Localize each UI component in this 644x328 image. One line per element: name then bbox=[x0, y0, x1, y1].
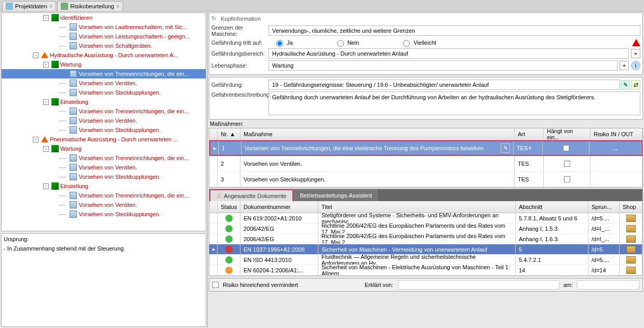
document-row[interactable]: ▸EN 1037:1995+A1:2008Sicherheit von Masc… bbox=[209, 244, 642, 255]
tree-label: Vorsehen von Lasttrennschaltern, mit Sic… bbox=[78, 24, 187, 30]
add-bereich-button[interactable]: + bbox=[631, 49, 640, 58]
close-icon[interactable]: × bbox=[116, 3, 119, 9]
tree-node[interactable]: ·······Vorsehen von Ventilen. bbox=[2, 116, 206, 125]
shop-icon[interactable] bbox=[626, 215, 636, 222]
col-art[interactable]: Art bbox=[515, 128, 544, 140]
tree-label: Vorsehen von Ventilen. bbox=[78, 117, 137, 124]
tree-toggle[interactable]: - bbox=[33, 53, 38, 58]
edit-measure-button[interactable]: ✎ bbox=[501, 143, 510, 153]
page-icon bbox=[70, 211, 77, 218]
tree-node[interactable]: ·······Vorsehen von Leistungsschaltern -… bbox=[2, 32, 206, 41]
tree-node[interactable]: -Wartung bbox=[2, 60, 206, 69]
col-nr[interactable]: Nr. ▲ bbox=[218, 128, 240, 140]
grenzen-field[interactable]: Verwendungs-, räumliche, zeitliche und w… bbox=[269, 25, 640, 36]
tree-node[interactable]: -Pneumatische Ausrüstung - Durch unerwar… bbox=[2, 135, 206, 144]
shop-icon[interactable] bbox=[626, 235, 636, 243]
tree-node[interactable]: ·······Vorsehen von Schaltgeräten. bbox=[2, 41, 206, 50]
tree-label: Vorsehen von Steckkupplungen. bbox=[78, 174, 160, 180]
risk-reduced-checkbox[interactable] bbox=[212, 282, 219, 288]
tree-node[interactable]: ·······Vorsehen von Ventilen. bbox=[2, 200, 206, 209]
depends-checkbox[interactable] bbox=[563, 145, 569, 151]
col-sprung[interactable]: Sprun... bbox=[588, 201, 620, 213]
heartbeat-icon bbox=[51, 98, 59, 106]
tree-toggle[interactable]: - bbox=[33, 137, 38, 142]
page-icon bbox=[70, 192, 77, 199]
tree-node[interactable]: ·······Vorsehen von Trenneinrichtungen, … bbox=[2, 191, 206, 200]
tab-projektdaten[interactable]: Projektdaten × bbox=[2, 1, 56, 11]
measures-grid: Nr. ▲ Maßnahme Art Hängt von ein... Risi… bbox=[209, 128, 643, 188]
tab-bar: Projektdaten × Risikobeurteilung × bbox=[0, 0, 644, 11]
col-shop[interactable]: Shop bbox=[620, 201, 642, 213]
tree-node[interactable]: -identifizieren bbox=[2, 13, 206, 22]
shop-icon[interactable] bbox=[626, 225, 636, 232]
tree-label: Wartung bbox=[60, 61, 82, 68]
tree-node[interactable]: ·······Vorsehen von Steckkupplungen. bbox=[2, 88, 206, 97]
shop-icon[interactable] bbox=[626, 246, 636, 253]
tree-node[interactable]: ·······Vorsehen von Ventilen. bbox=[2, 163, 206, 172]
tree-toggle[interactable]: - bbox=[43, 15, 49, 21]
tab-label: Risikobeurteilung bbox=[70, 3, 114, 9]
tree-node[interactable]: ·······Vorsehen von Steckkupplungen. bbox=[2, 209, 206, 219]
refresh-icon[interactable]: ↻ bbox=[211, 15, 219, 22]
edit-hazard-button[interactable]: ✎ bbox=[621, 80, 630, 89]
col-massnahme[interactable]: Maßnahme bbox=[240, 128, 515, 140]
tab-assistant[interactable]: Betriebsanleitungs-Assistent bbox=[293, 189, 379, 201]
measure-row[interactable]: 3Vorsehen von Steckkupplungen.TES bbox=[209, 172, 642, 187]
page-icon bbox=[70, 201, 77, 208]
tree-node[interactable]: -Einstellung bbox=[2, 181, 206, 191]
radio-ja[interactable]: Ja bbox=[274, 38, 293, 47]
am-field[interactable] bbox=[577, 280, 639, 290]
tree-node[interactable]: ·······Vorsehen von Trenneinrichtungen, … bbox=[2, 153, 206, 163]
more-button[interactable]: ... bbox=[613, 145, 618, 151]
tree-toggle[interactable]: - bbox=[43, 62, 49, 68]
heartbeat-icon bbox=[51, 14, 59, 21]
col-hangt[interactable]: Hängt von ein... bbox=[544, 128, 591, 140]
document-row[interactable]: EN ISO 4413:2010Fluidtechnik — Allgemein… bbox=[209, 255, 642, 265]
tree-node[interactable]: -Einstellung bbox=[2, 97, 206, 107]
tree-node[interactable]: ·······Vorsehen von Steckkupplungen. bbox=[2, 125, 206, 135]
close-icon[interactable]: × bbox=[49, 3, 52, 9]
beschr-field[interactable]: Gefährdung durch unerwarteten Anlauf bei… bbox=[269, 91, 640, 115]
tab-documents[interactable]: ⚠ Angewandte Dokumente bbox=[209, 189, 293, 201]
tree-label: Vorsehen von Trenneinrichtungen, die ein… bbox=[78, 108, 189, 114]
document-row[interactable]: EN 619:2002+A1:2010Stetigförderer und Sy… bbox=[209, 213, 642, 224]
radio-vielleicht[interactable]: Vielleicht bbox=[400, 38, 436, 47]
tree-node[interactable]: -Wartung bbox=[2, 144, 206, 153]
col-abschnitt[interactable]: Abschnitt bbox=[516, 201, 588, 213]
col-docnr[interactable]: Dokumentnummer bbox=[240, 201, 318, 213]
tree-label: Pneumatische Ausrüstung - Durch unerwart… bbox=[50, 136, 178, 142]
phase-field[interactable]: Wartung bbox=[269, 60, 618, 71]
info-button[interactable]: i bbox=[631, 61, 640, 70]
erklart-field[interactable] bbox=[398, 280, 559, 290]
shop-icon[interactable] bbox=[626, 256, 636, 264]
measure-row[interactable]: ▸1Vorsehen von Trenneinrichtungen, die e… bbox=[209, 140, 642, 156]
tree-toggle[interactable]: - bbox=[43, 183, 49, 189]
radio-nein[interactable]: Nein bbox=[334, 38, 359, 47]
depends-checkbox[interactable] bbox=[564, 176, 570, 182]
document-row[interactable]: 2006/42/EGRichtlinie 2006/42/EG des Euro… bbox=[209, 224, 642, 234]
tree-node[interactable]: ·······Vorsehen von Trenneinrichtungen, … bbox=[2, 69, 206, 78]
link-hazard-button[interactable]: ⇄ bbox=[631, 80, 640, 89]
tab-risikobeurteilung[interactable]: Risikobeurteilung × bbox=[57, 1, 123, 11]
page-icon bbox=[70, 80, 77, 87]
col-io[interactable]: Risiko IN / OUT bbox=[591, 128, 642, 140]
tree-node[interactable]: ·······Vorsehen von Steckkupplungen. bbox=[2, 172, 206, 181]
shop-icon[interactable] bbox=[626, 267, 636, 274]
add-phase-button[interactable]: + bbox=[620, 61, 629, 70]
tree-node[interactable]: -Hydraulische Ausrüstung - Durch unerwar… bbox=[2, 50, 206, 60]
tree-node[interactable]: ·······Vorsehen von Trenneinrichtungen, … bbox=[2, 107, 206, 116]
tree-node[interactable]: ·······Vorsehen von Lasttrennschaltern, … bbox=[2, 22, 206, 32]
depends-checkbox[interactable] bbox=[564, 161, 570, 167]
measure-row[interactable]: 2Vorsehen von Ventilen.TES bbox=[209, 156, 642, 172]
tree-label: Vorsehen von Trenneinrichtungen, die ein… bbox=[78, 71, 189, 77]
col-status[interactable]: Status bbox=[218, 201, 240, 213]
col-titel[interactable]: Titel bbox=[318, 201, 516, 213]
bereich-label: Gefährdungsbereich: bbox=[211, 50, 269, 57]
document-row[interactable]: 2006/42/EGRichtlinie 2006/42/EG des Euro… bbox=[209, 234, 642, 244]
document-row[interactable]: EN 60204-1:2006/A1:...Sicherheit von Mas… bbox=[209, 265, 642, 275]
bereich-field[interactable]: Hydraulische Ausrüstung - Durch unerwart… bbox=[269, 48, 629, 59]
tree-toggle[interactable]: - bbox=[43, 99, 49, 105]
tree-toggle[interactable]: - bbox=[43, 146, 49, 152]
tree-node[interactable]: ·······Vorsehen von Ventilen. bbox=[2, 78, 206, 88]
gefaehrdung-field[interactable]: 19 - Gefährdungsereignisse: Steuerung / … bbox=[269, 80, 620, 90]
